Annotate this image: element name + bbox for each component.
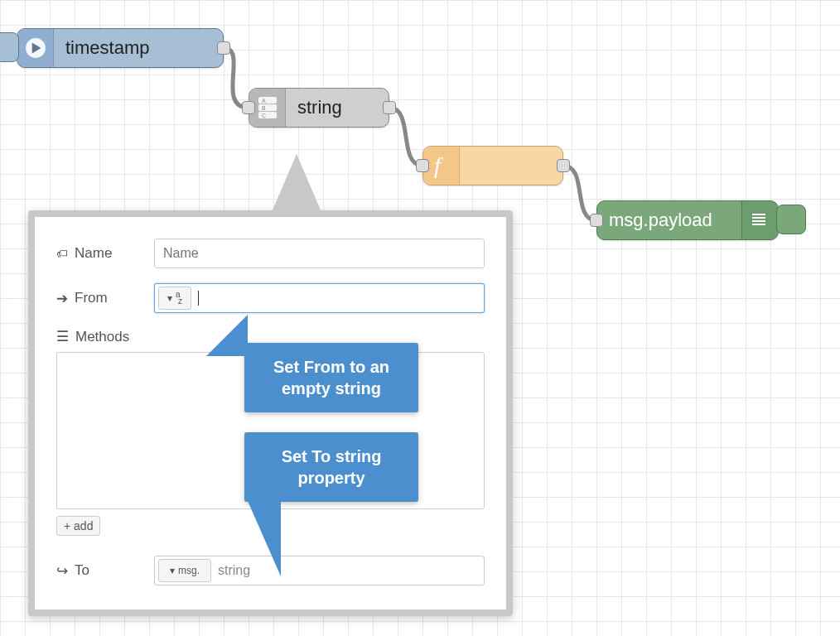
callout-text: Set From to an empty string <box>273 358 389 398</box>
plus-icon <box>64 519 70 532</box>
inject-trigger-button[interactable] <box>0 32 19 62</box>
callout-text: Set To string property <box>282 447 382 487</box>
string-type-icon: a z <box>176 292 182 305</box>
callout-tail <box>244 494 281 576</box>
node-label <box>460 147 562 185</box>
add-button-label: add <box>74 519 93 532</box>
svg-rect-8 <box>752 214 765 215</box>
output-port[interactable] <box>557 159 570 172</box>
chevron-down-icon <box>170 565 175 576</box>
node-string[interactable]: ABC string <box>249 88 389 128</box>
label-text: From <box>75 290 108 306</box>
input-port[interactable] <box>590 214 603 227</box>
from-label: From <box>56 290 154 307</box>
config-card-pointer <box>272 154 321 212</box>
node-function[interactable]: f <box>422 146 563 186</box>
svg-rect-9 <box>752 217 765 219</box>
node-label: string <box>286 89 389 127</box>
from-row: From a z <box>56 283 485 313</box>
from-input[interactable]: a z <box>154 283 485 313</box>
to-input[interactable]: msg. string <box>154 556 485 585</box>
svg-rect-10 <box>752 220 765 222</box>
methods-label: Methods <box>56 328 154 345</box>
callout-tail <box>206 315 248 356</box>
to-type-selector[interactable]: msg. <box>158 559 211 582</box>
name-input[interactable] <box>154 238 485 268</box>
node-label: timestamp <box>54 29 223 67</box>
chevron-down-icon <box>167 292 172 304</box>
callout-from: Set From to an empty string <box>244 343 418 412</box>
debug-icon <box>741 201 778 239</box>
name-row: Name <box>56 238 485 268</box>
label-text: Methods <box>75 329 129 345</box>
add-method-button[interactable]: add <box>56 516 100 536</box>
to-label: To <box>56 562 154 580</box>
svg-rect-11 <box>752 224 765 225</box>
arrow-right-icon <box>17 29 54 67</box>
text-cursor <box>198 291 199 306</box>
arrow-in-icon <box>56 290 68 307</box>
node-label: msg.payload <box>597 201 741 239</box>
input-port[interactable] <box>242 101 255 114</box>
svg-text:C: C <box>262 113 266 118</box>
output-port[interactable] <box>217 41 230 55</box>
node-debug[interactable]: msg.payload <box>596 200 779 240</box>
label-text: To <box>75 562 89 579</box>
name-label: Name <box>56 245 154 262</box>
arrow-out-icon <box>56 562 68 580</box>
debug-toggle-button[interactable] <box>776 205 806 234</box>
list-icon <box>56 328 69 345</box>
svg-text:B: B <box>262 105 266 111</box>
tag-icon <box>56 245 68 262</box>
node-inject[interactable]: timestamp <box>17 28 224 68</box>
msg-type-label: msg. <box>178 565 200 576</box>
input-port[interactable] <box>416 159 429 172</box>
output-port[interactable] <box>383 101 396 114</box>
svg-text:A: A <box>262 98 266 104</box>
label-text: Name <box>75 245 112 262</box>
from-type-selector[interactable]: a z <box>158 287 191 310</box>
callout-to: Set To string property <box>244 432 418 502</box>
svg-text:f: f <box>434 153 443 178</box>
